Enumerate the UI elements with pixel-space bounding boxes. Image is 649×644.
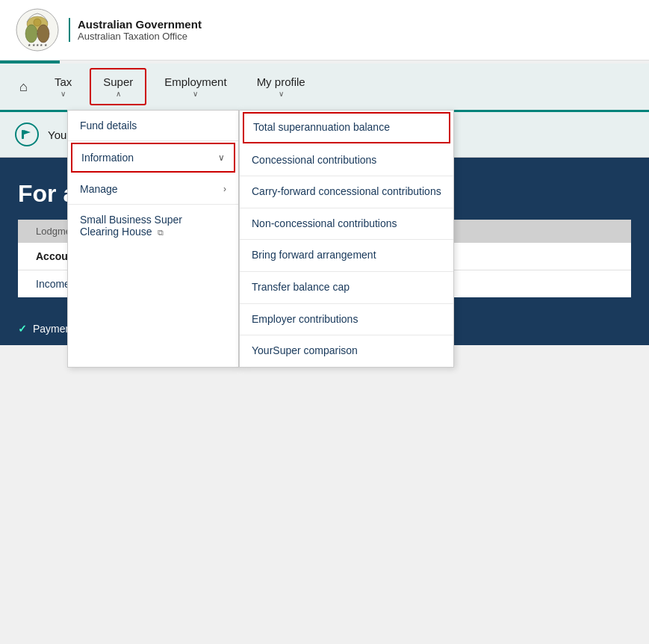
submenu-transfer-balance[interactable]: Transfer balance cap — [240, 272, 453, 304]
submenu-non-concessional[interactable]: Non-concessional contributions — [240, 208, 453, 241]
nav-myprofile[interactable]: My profile ∨ — [242, 64, 320, 110]
bring-forward-label: Bring forward arrangement — [252, 249, 376, 261]
svg-marker-7 — [24, 130, 31, 134]
checkmark-icon: ✓ — [18, 323, 27, 335]
dropdown-information[interactable]: Information ∨ — [71, 143, 235, 173]
government-title: Australian Government Australian Taxatio… — [69, 18, 202, 42]
super-dropdown-menu: Fund details Information ∨ Manage › Smal… — [67, 110, 239, 368]
super-dropdown: Fund details Information ∨ Manage › Smal… — [67, 110, 454, 368]
non-concessional-label: Non-concessional contributions — [252, 217, 397, 229]
nav-tax-chevron: ∨ — [60, 90, 66, 98]
submenu-concessional[interactable]: Concessional contributions — [240, 145, 453, 177]
nav-super-label: Super — [103, 75, 133, 88]
employer-contributions-label: Employer contributions — [252, 313, 358, 325]
main-navbar: ⌂ Tax ∨ Super ∧ Employment ∨ My profile … — [0, 64, 649, 112]
nav-super-chevron: ∧ — [116, 90, 121, 98]
carry-forward-label: Carry-forward concessional contributions — [252, 185, 441, 197]
page-header: ★ ★ ★ ★ ★ Australian Government Australi… — [0, 0, 649, 61]
svg-point-4 — [34, 19, 41, 26]
information-label: Information — [81, 152, 134, 164]
fund-details-label: Fund details — [80, 120, 137, 131]
nav-super[interactable]: Super ∧ — [90, 68, 146, 105]
flag-icon — [15, 123, 39, 146]
ato-name: Australian Taxation Office — [78, 31, 202, 42]
concessional-label: Concessional contributions — [252, 154, 376, 166]
nav-employment-label: Employment — [164, 75, 226, 88]
external-link-icon: ⧉ — [158, 228, 164, 237]
submenu-employer-contributions[interactable]: Employer contributions — [240, 304, 453, 336]
manage-label: Manage — [80, 183, 118, 195]
gov-name: Australian Government — [78, 18, 202, 31]
sbsch-label: Small Business SuperClearing House ⧉ — [80, 214, 182, 238]
information-submenu: Total superannuation balance Concessiona… — [239, 110, 454, 368]
total-super-label: Total superannuation balance — [253, 121, 390, 133]
svg-rect-6 — [22, 130, 24, 139]
coat-of-arms-icon: ★ ★ ★ ★ ★ — [15, 7, 60, 52]
svg-text:★ ★ ★ ★ ★: ★ ★ ★ ★ ★ — [28, 43, 48, 47]
nav-myprofile-label: My profile — [257, 75, 305, 88]
submenu-carry-forward[interactable]: Carry-forward concessional contributions — [240, 176, 453, 208]
nav-home[interactable]: ⌂ — [7, 64, 40, 110]
nav-tax[interactable]: Tax ∨ — [40, 64, 87, 110]
submenu-bring-forward[interactable]: Bring forward arrangement — [240, 240, 453, 272]
manage-arrow-icon: › — [223, 184, 226, 194]
transfer-balance-label: Transfer balance cap — [252, 281, 350, 293]
nav-employment-chevron: ∨ — [193, 90, 198, 98]
submenu-yoursuper[interactable]: YourSuper comparison — [240, 335, 453, 367]
svg-point-3 — [37, 25, 49, 43]
information-chevron-icon: ∨ — [218, 152, 225, 163]
dropdown-fund-details[interactable]: Fund details — [68, 111, 238, 141]
svg-point-2 — [25, 25, 37, 43]
dropdown-manage[interactable]: Manage › — [68, 174, 238, 205]
yoursuper-label: YourSuper comparison — [252, 344, 358, 356]
nav-employment[interactable]: Employment ∨ — [149, 64, 241, 110]
nav-tax-label: Tax — [55, 75, 72, 88]
home-icon: ⌂ — [19, 79, 28, 95]
submenu-total-superannuation[interactable]: Total superannuation balance — [243, 112, 450, 143]
logo-area: ★ ★ ★ ★ ★ Australian Government Australi… — [15, 7, 202, 52]
nav-myprofile-chevron: ∨ — [279, 90, 284, 98]
dropdown-sbsch[interactable]: Small Business SuperClearing House ⧉ — [68, 205, 238, 247]
flag-svg-icon — [20, 128, 34, 141]
